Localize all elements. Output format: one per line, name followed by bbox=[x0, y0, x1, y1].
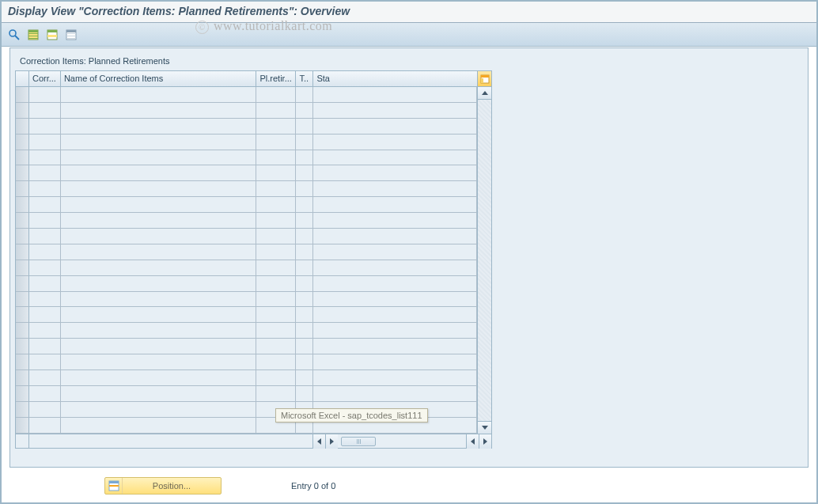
table-row[interactable] bbox=[16, 135, 477, 150]
cell-name[interactable] bbox=[61, 418, 257, 434]
cell-sta[interactable] bbox=[313, 386, 477, 402]
select-block-button[interactable] bbox=[44, 27, 60, 43]
cell-plretir[interactable] bbox=[256, 181, 296, 197]
column-header-name[interactable]: Name of Correction Items bbox=[61, 71, 257, 86]
cell-plretir[interactable] bbox=[256, 354, 296, 370]
cell-corr[interactable] bbox=[29, 370, 61, 386]
cell-t[interactable] bbox=[296, 323, 313, 339]
row-selector[interactable] bbox=[16, 354, 29, 370]
cell-corr[interactable] bbox=[29, 213, 61, 229]
scrollbar-track[interactable] bbox=[478, 100, 491, 421]
cell-corr[interactable] bbox=[29, 260, 61, 276]
column-header-plretir[interactable]: Pl.retir... bbox=[256, 71, 296, 86]
cell-sta[interactable] bbox=[313, 213, 477, 229]
cell-sta[interactable] bbox=[313, 229, 477, 244]
cell-name[interactable] bbox=[61, 165, 257, 181]
row-selector[interactable] bbox=[16, 181, 29, 197]
cell-t[interactable] bbox=[296, 354, 313, 370]
cell-sta[interactable] bbox=[313, 260, 477, 276]
row-selector[interactable] bbox=[16, 276, 29, 292]
row-selector[interactable] bbox=[16, 260, 29, 276]
cell-sta[interactable] bbox=[313, 181, 477, 197]
row-selector[interactable] bbox=[16, 197, 29, 213]
cell-corr[interactable] bbox=[29, 229, 61, 244]
cell-sta[interactable] bbox=[313, 370, 477, 386]
row-selector[interactable] bbox=[16, 165, 29, 181]
cell-corr[interactable] bbox=[29, 307, 61, 323]
cell-plretir[interactable] bbox=[256, 135, 296, 150]
cell-t[interactable] bbox=[296, 87, 313, 103]
cell-name[interactable] bbox=[61, 386, 257, 402]
table-header-selector[interactable] bbox=[16, 71, 29, 86]
table-row[interactable] bbox=[16, 213, 477, 229]
cell-name[interactable] bbox=[61, 87, 257, 103]
hscroll-thumb[interactable] bbox=[341, 437, 376, 446]
cell-plretir[interactable] bbox=[256, 197, 296, 213]
cell-corr[interactable] bbox=[29, 135, 61, 150]
cell-corr[interactable] bbox=[29, 354, 61, 370]
cell-corr[interactable] bbox=[29, 87, 61, 103]
row-selector[interactable] bbox=[16, 307, 29, 323]
cell-plretir[interactable] bbox=[256, 386, 296, 402]
cell-corr[interactable] bbox=[29, 339, 61, 354]
cell-t[interactable] bbox=[296, 276, 313, 292]
cell-plretir[interactable] bbox=[256, 307, 296, 323]
column-header-sta[interactable]: Sta bbox=[313, 71, 477, 86]
table-row[interactable] bbox=[16, 165, 477, 181]
cell-corr[interactable] bbox=[29, 418, 61, 434]
cell-plretir[interactable] bbox=[256, 150, 296, 166]
column-header-t[interactable]: T.. bbox=[296, 71, 313, 86]
table-row[interactable] bbox=[16, 354, 477, 370]
cell-corr[interactable] bbox=[29, 292, 61, 308]
table-row[interactable] bbox=[16, 260, 477, 276]
cell-corr[interactable] bbox=[29, 276, 61, 292]
cell-corr[interactable] bbox=[29, 150, 61, 166]
cell-name[interactable] bbox=[61, 119, 257, 135]
cell-t[interactable] bbox=[296, 386, 313, 402]
cell-name[interactable] bbox=[61, 370, 257, 386]
cell-sta[interactable] bbox=[313, 244, 477, 260]
cell-name[interactable] bbox=[61, 402, 257, 418]
cell-t[interactable] bbox=[296, 260, 313, 276]
cell-t[interactable] bbox=[296, 150, 313, 166]
cell-name[interactable] bbox=[61, 244, 257, 260]
cell-name[interactable] bbox=[61, 135, 257, 150]
cell-plretir[interactable] bbox=[256, 370, 296, 386]
cell-t[interactable] bbox=[296, 213, 313, 229]
row-selector[interactable] bbox=[16, 323, 29, 339]
cell-name[interactable] bbox=[61, 103, 257, 119]
cell-sta[interactable] bbox=[313, 135, 477, 150]
row-selector[interactable] bbox=[16, 292, 29, 308]
cell-corr[interactable] bbox=[29, 197, 61, 213]
scroll-up-button[interactable] bbox=[478, 87, 491, 100]
cell-t[interactable] bbox=[296, 165, 313, 181]
cell-plretir[interactable] bbox=[256, 339, 296, 354]
row-selector[interactable] bbox=[16, 229, 29, 244]
cell-sta[interactable] bbox=[313, 165, 477, 181]
table-row[interactable] bbox=[16, 244, 477, 260]
table-row[interactable] bbox=[16, 323, 477, 339]
cell-corr[interactable] bbox=[29, 386, 61, 402]
hscroll-prev-button[interactable] bbox=[325, 434, 338, 449]
cell-sta[interactable] bbox=[313, 103, 477, 119]
cell-sta[interactable] bbox=[313, 197, 477, 213]
table-row[interactable] bbox=[16, 276, 477, 292]
table-config-button[interactable] bbox=[477, 71, 491, 86]
cell-t[interactable] bbox=[296, 197, 313, 213]
cell-sta[interactable] bbox=[313, 292, 477, 308]
cell-name[interactable] bbox=[61, 276, 257, 292]
table-row[interactable] bbox=[16, 386, 477, 402]
cell-plretir[interactable] bbox=[256, 276, 296, 292]
row-selector[interactable] bbox=[16, 339, 29, 354]
row-selector[interactable] bbox=[16, 244, 29, 260]
row-selector[interactable] bbox=[16, 103, 29, 119]
cell-plretir[interactable] bbox=[256, 213, 296, 229]
cell-plretir[interactable] bbox=[256, 292, 296, 308]
hscroll-last-button[interactable] bbox=[479, 434, 491, 449]
cell-corr[interactable] bbox=[29, 165, 61, 181]
cell-name[interactable] bbox=[61, 339, 257, 354]
cell-sta[interactable] bbox=[313, 307, 477, 323]
row-selector[interactable] bbox=[16, 119, 29, 135]
cell-name[interactable] bbox=[61, 292, 257, 308]
cell-corr[interactable] bbox=[29, 402, 61, 418]
